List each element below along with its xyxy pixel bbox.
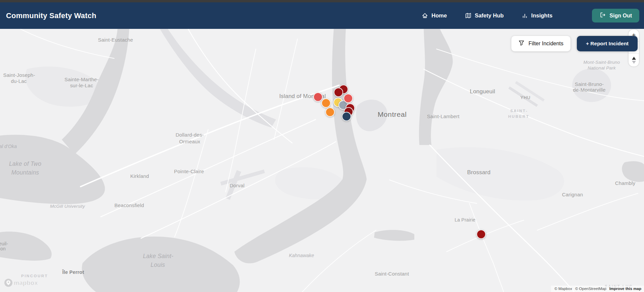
nav-item-label: Home — [431, 12, 447, 19]
logout-icon — [599, 12, 606, 19]
map-attribution: © Mapbox © OpenStreetMap Improve this ma… — [551, 286, 644, 292]
map-canvas[interactable]: Saint-EustacheSaint-Joseph-du-LacSainte-… — [0, 29, 644, 292]
sign-out-button[interactable]: Sign Out — [592, 9, 639, 22]
filter-incidents-button[interactable]: Filter Incidents — [511, 36, 570, 51]
incident-marker[interactable] — [343, 94, 353, 103]
filter-funnel-icon — [518, 40, 524, 47]
app-header: Community Safety Watch Home Safety Hub — [0, 2, 644, 29]
header-nav: Home Safety Hub Insights — [422, 9, 639, 22]
map-icon — [465, 12, 471, 19]
incident-marker[interactable] — [313, 92, 323, 102]
sign-out-label: Sign Out — [609, 13, 632, 19]
bar-chart-icon — [522, 13, 528, 19]
map-base-art — [0, 29, 644, 292]
mapbox-wordmark: mapbox — [14, 280, 38, 286]
nav-item-home[interactable]: Home — [422, 12, 447, 19]
report-incident-button[interactable]: + Report Incident — [577, 36, 638, 51]
app-title: Community Safety Watch — [6, 11, 96, 20]
filter-incidents-label: Filter Incidents — [528, 41, 563, 47]
window-top-strip — [0, 0, 644, 2]
attribution-osm-link[interactable]: © OpenStreetMap — [575, 287, 606, 291]
nav-item-label: Safety Hub — [475, 12, 504, 19]
compass-button[interactable] — [629, 54, 639, 66]
nav-item-label: Insights — [531, 12, 552, 19]
incident-marker[interactable] — [334, 88, 343, 97]
compass-north-icon — [632, 57, 636, 60]
mapbox-logo[interactable]: mapbox — [4, 278, 42, 289]
incident-marker[interactable] — [325, 107, 335, 117]
nav-item-safety-hub[interactable]: Safety Hub — [465, 12, 504, 19]
incident-marker[interactable] — [342, 112, 351, 121]
incident-marker[interactable] — [476, 230, 486, 239]
nav-item-insights[interactable]: Insights — [522, 12, 552, 19]
home-icon — [422, 12, 428, 19]
incident-marker[interactable] — [321, 98, 331, 108]
attribution-mapbox-link[interactable]: © Mapbox — [554, 287, 572, 291]
improve-map-link[interactable]: Improve this map — [609, 287, 641, 291]
compass-south-icon — [632, 61, 636, 64]
